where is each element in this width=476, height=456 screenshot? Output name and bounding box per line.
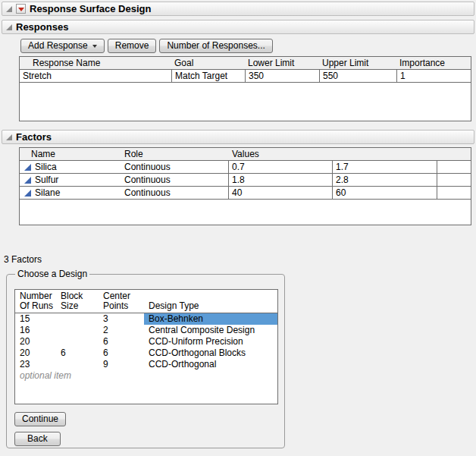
header-spacer	[332, 148, 437, 160]
factor-high-value-cell[interactable]: 2.8	[332, 174, 437, 186]
factor-low-value-cell[interactable]: 40	[228, 187, 332, 199]
block-size-cell: 6	[56, 348, 99, 359]
remove-label: Remove	[115, 40, 149, 52]
number-of-responses-button[interactable]: Number of Responses...	[159, 39, 272, 53]
factor-low-value-cell[interactable]: 0.7	[228, 161, 332, 173]
header-spacer	[437, 148, 471, 160]
center-points-cell: 2	[99, 325, 144, 336]
choose-design-group: Choose a Design Number Of Runs Block Siz…	[6, 269, 285, 448]
block-size-cell	[56, 359, 99, 370]
back-label: Back	[27, 433, 48, 445]
factor-name-cell[interactable]: Silica	[20, 161, 118, 173]
design-option-row[interactable]: 20 6 CCD-Uniform Precision	[15, 336, 277, 348]
remove-button[interactable]: Remove	[108, 39, 157, 53]
col-header-values: Values	[228, 148, 332, 160]
responses-section-title: Responses	[16, 21, 68, 33]
block-size-cell	[56, 325, 99, 336]
factor-count-label: 3 Factors	[4, 254, 476, 266]
responses-toolbar: Add Response Remove Number of Responses.…	[20, 39, 476, 53]
factor-name-cell[interactable]: Silane	[20, 187, 118, 199]
runs-cell: 16	[15, 325, 56, 336]
number-of-responses-label: Number of Responses...	[167, 40, 265, 52]
factors-section-header[interactable]: Factors	[2, 130, 474, 144]
runs-cell: 15	[15, 313, 56, 325]
add-response-label: Add Response	[28, 40, 88, 52]
design-list-header: Number Of Runs Block Size Center Points …	[15, 290, 277, 313]
design-option-row[interactable]: 16 2 Central Composite Design	[15, 325, 277, 336]
design-type-cell[interactable]: CCD-Orthogonal Blocks	[144, 348, 277, 359]
optional-item-label: optional item	[15, 370, 277, 382]
factor-name: Silane	[35, 187, 60, 199]
design-type-cell[interactable]: CCD-Orthogonal	[144, 359, 277, 370]
design-type-cell[interactable]: Central Composite Design	[144, 325, 277, 336]
col-header-response-name: Response Name	[20, 57, 171, 69]
col-header-name: Name	[20, 148, 118, 160]
responses-table-header: Response Name Goal Lower Limit Upper Lim…	[20, 57, 471, 70]
factor-row: Silica Continuous 0.7 1.7	[20, 161, 471, 174]
col-header-role: Role	[118, 148, 228, 160]
factor-row: Silane Continuous 40 60	[20, 187, 471, 200]
design-list: Number Of Runs Block Size Center Points …	[14, 289, 278, 404]
optional-item-row: optional item	[15, 370, 277, 382]
continuous-factor-icon	[24, 177, 31, 184]
factor-high-value-cell[interactable]: 60	[332, 187, 437, 199]
response-row: Stretch Match Target 350 550 1	[20, 70, 471, 83]
factor-name-cell[interactable]: Sulfur	[20, 174, 118, 186]
upper-limit-cell[interactable]: 550	[319, 70, 396, 82]
responses-section-header[interactable]: Responses	[2, 20, 474, 34]
factor-high-value-cell[interactable]: 1.7	[332, 161, 437, 173]
center-points-cell: 6	[99, 348, 144, 359]
col-header-goal: Goal	[171, 57, 245, 69]
factor-low-value-cell[interactable]: 1.8	[228, 174, 332, 186]
factor-role-cell[interactable]: Continuous	[118, 187, 228, 199]
factors-table-header: Name Role Values	[20, 148, 471, 161]
continue-label: Continue	[22, 414, 58, 425]
response-name-cell[interactable]: Stretch	[20, 70, 171, 82]
chevron-down-icon	[92, 45, 97, 48]
factor-name: Silica	[35, 161, 57, 173]
col-header-design-type: Design Type	[144, 291, 277, 311]
factor-role-cell[interactable]: Continuous	[118, 161, 228, 173]
col-header-importance: Importance	[396, 57, 471, 69]
design-option-row[interactable]: 15 3 Box-Behnken	[15, 313, 277, 325]
collapse-triangle-icon[interactable]	[6, 6, 12, 12]
runs-cell: 23	[15, 359, 56, 370]
runs-cell: 20	[15, 348, 56, 359]
design-option-row[interactable]: 23 9 CCD-Orthogonal	[15, 359, 277, 370]
continuous-factor-icon	[24, 164, 31, 171]
continue-button[interactable]: Continue	[14, 412, 66, 426]
factors-section-title: Factors	[16, 131, 52, 143]
col-header-lower-limit: Lower Limit	[245, 57, 319, 69]
col-header-upper-limit: Upper Limit	[319, 57, 396, 69]
importance-cell[interactable]: 1	[396, 70, 471, 82]
lower-limit-cell[interactable]: 350	[245, 70, 319, 82]
design-type-cell-selected[interactable]: Box-Behnken	[144, 313, 277, 325]
collapse-triangle-icon[interactable]	[6, 134, 12, 140]
add-response-button[interactable]: Add Response	[20, 39, 105, 53]
row-filler	[437, 174, 471, 186]
center-points-cell: 6	[99, 336, 144, 348]
col-header-number-of-runs: Number Of Runs	[15, 291, 56, 311]
design-option-row[interactable]: 20 6 6 CCD-Orthogonal Blocks	[15, 348, 277, 359]
continuous-factor-icon	[24, 190, 31, 197]
window-header: Response Surface Design	[2, 2, 474, 16]
center-points-cell: 9	[99, 359, 144, 370]
runs-cell: 20	[15, 336, 56, 348]
choose-design-title: Choose a Design	[15, 269, 89, 279]
collapse-triangle-icon[interactable]	[6, 24, 12, 30]
responses-table: Response Name Goal Lower Limit Upper Lim…	[19, 56, 471, 121]
red-triangle-glyph	[18, 8, 24, 11]
back-button[interactable]: Back	[14, 432, 61, 446]
design-type-cell[interactable]: CCD-Uniform Precision	[144, 336, 277, 348]
factor-row: Sulfur Continuous 1.8 2.8	[20, 174, 471, 187]
factor-role-cell[interactable]: Continuous	[118, 174, 228, 186]
row-filler	[437, 161, 471, 173]
factor-name: Sulfur	[35, 174, 58, 186]
factors-table: Name Role Values Silica Continuous 0.7 1…	[19, 147, 471, 225]
red-triangle-menu-icon[interactable]	[16, 4, 26, 14]
block-size-cell	[56, 336, 99, 348]
goal-cell[interactable]: Match Target	[171, 70, 245, 82]
page-title: Response Surface Design	[30, 3, 151, 14]
center-points-cell: 3	[99, 313, 144, 325]
col-header-block-size: Block Size	[56, 291, 99, 311]
